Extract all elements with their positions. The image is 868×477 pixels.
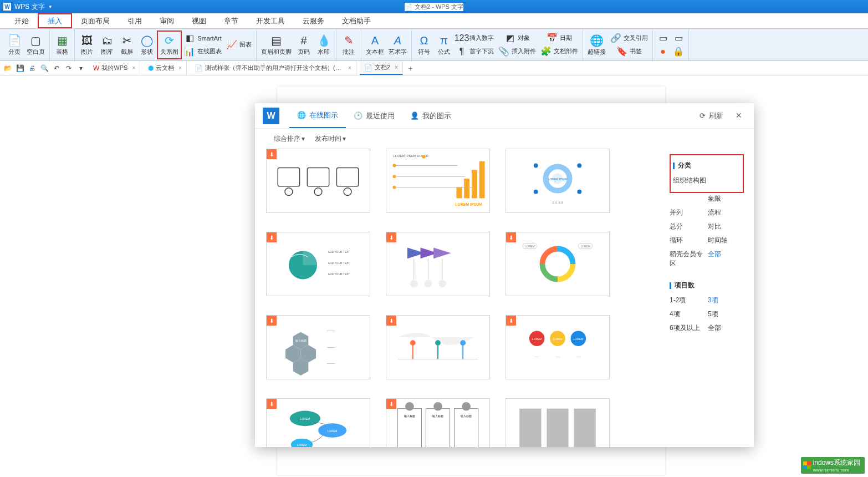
table-button[interactable]: ▦表格 — [52, 31, 72, 59]
tab-developer[interactable]: 开发工具 — [247, 13, 294, 28]
bookmark-button[interactable]: 🔖书签 — [608, 45, 650, 58]
template-8[interactable]: ⬇ — [386, 315, 490, 379]
tab-cloud[interactable]: 云服务 — [294, 13, 333, 28]
page-break-icon: 📄 — [7, 33, 22, 48]
textbox-icon: A — [368, 33, 382, 48]
online-chart-button[interactable]: 📊在线图表 — [182, 45, 224, 58]
cat-parallel[interactable]: 并列 — [670, 208, 706, 217]
tab-cloud-doc[interactable]: ⬢ 云文档 × — [144, 61, 187, 75]
template-2[interactable]: LOREM IPSUM DOLOR LOREM IPSUM — [386, 149, 490, 213]
date-button[interactable]: 📅日期 — [538, 32, 580, 44]
close-icon[interactable]: × — [178, 65, 182, 71]
items-4[interactable]: 4项 — [670, 309, 706, 319]
header-footer-button[interactable]: ▤页眉和页脚 — [259, 31, 294, 59]
textbox-button[interactable]: A文本框 — [364, 31, 386, 59]
insert-number-button[interactable]: 123插入数字 — [454, 32, 496, 44]
items-5[interactable]: 5项 — [708, 309, 744, 319]
qa-open-icon[interactable]: 📂 — [3, 64, 12, 73]
cat-flow[interactable]: 流程 — [708, 208, 744, 217]
svg-point-39 — [438, 280, 446, 288]
template-10[interactable]: ⬇ LOREM LOREM LOREM — [266, 398, 370, 447]
screenshot-button[interactable]: ✂截屏 — [117, 31, 137, 59]
cat-cycle[interactable]: 循环 — [670, 236, 706, 245]
cat-quadrant[interactable]: 象限 — [708, 194, 744, 204]
wordart-button[interactable]: A艺术字 — [386, 31, 409, 59]
tab-view[interactable]: 视图 — [183, 13, 215, 28]
picture-button[interactable]: 🖼图片 — [77, 31, 97, 59]
items-1-2[interactable]: 1-2项 — [670, 296, 706, 305]
tab-mywps[interactable]: W 我的WPS × — [89, 61, 140, 75]
tab-chapter[interactable]: 章节 — [215, 13, 247, 28]
gallery-button[interactable]: 🗂图库 — [97, 31, 117, 59]
svg-text:LOREM IPSUM: LOREM IPSUM — [548, 178, 567, 181]
items-6plus[interactable]: 6项及以上 — [670, 323, 706, 333]
close-icon[interactable]: × — [395, 64, 398, 70]
items-all[interactable]: 全部 — [708, 323, 744, 333]
cat-member-zone[interactable]: 稻壳会员专区 — [670, 250, 706, 268]
template-4[interactable]: ⬇ ADD YOUR TEXT ADD YOUR TEXT ADD YOUR T… — [266, 232, 370, 296]
field1-button[interactable]: ▭ — [655, 32, 671, 44]
chart-button[interactable]: 📈图表 — [224, 39, 254, 51]
qa-undo-icon[interactable]: ↶ — [52, 64, 61, 73]
cat-org-chart[interactable]: 组织结构图 — [673, 176, 706, 185]
tab-doc1[interactable]: 📄 测试样张（弹不出助手的用户请打开这个文档）(1).docx × — [190, 61, 356, 75]
cat-total-sub[interactable]: 总分 — [670, 222, 706, 231]
tab-page-layout[interactable]: 页面布局 — [72, 13, 119, 28]
close-icon[interactable]: × — [348, 65, 351, 71]
cat-all[interactable]: 全部 — [708, 250, 744, 268]
close-icon[interactable]: × — [132, 65, 135, 71]
blank-page-button[interactable]: ▢空白页 — [24, 31, 47, 59]
tab-doc-helper[interactable]: 文档助手 — [333, 13, 380, 28]
picture-icon: 🖼 — [80, 33, 94, 48]
cross-ref-button[interactable]: 🔗交叉引用 — [608, 32, 650, 44]
sort-publish-time[interactable]: 发布时间▾ — [315, 134, 346, 144]
object-button[interactable]: ◩对象 — [496, 32, 538, 44]
svg-text:LOREM: LOREM — [300, 418, 310, 420]
qa-preview-icon[interactable]: 🔍 — [40, 64, 49, 73]
paging-button[interactable]: 📄分页 — [4, 31, 24, 59]
relation-diagram-button[interactable]: ⟳关系图 — [157, 31, 182, 59]
lock-button[interactable]: 🔒 — [671, 45, 686, 58]
template-11[interactable]: ⬇ 输入标题 输入标题 输入标题 — [386, 398, 490, 447]
template-7[interactable]: ⬇ 输入标题 ——— ——— ——— — [266, 315, 370, 379]
tab-start[interactable]: 开始 — [6, 13, 38, 28]
template-6[interactable]: ⬇ LOREM LOREM — [506, 232, 610, 296]
qa-save-icon[interactable]: 💾 — [16, 64, 24, 73]
tab-references[interactable]: 引用 — [119, 13, 151, 28]
hyperlink-button[interactable]: 🌐超链接 — [585, 31, 608, 59]
tab-doc2[interactable]: 📄 文档2 × — [360, 61, 403, 75]
dialog-tab-online[interactable]: 🌐在线图示 — [289, 103, 346, 128]
field3-button[interactable]: ▭ — [671, 32, 686, 44]
app-menu-dropdown-icon[interactable]: ▼ — [48, 4, 53, 9]
dropcap-button[interactable]: ¶首字下沉 — [454, 45, 496, 58]
tab-insert[interactable]: 插入 — [38, 13, 72, 28]
template-5[interactable]: ⬇ — [386, 232, 490, 296]
comment-button[interactable]: ✎批注 — [339, 31, 359, 59]
field2-button[interactable]: ● — [655, 45, 671, 58]
template-3[interactable]: LOREM IPSUM ① ② ③ ④ — [506, 149, 610, 213]
cat-compare[interactable]: 对比 — [708, 222, 744, 231]
page-number-button[interactable]: #页码 — [294, 31, 314, 59]
formula-button[interactable]: π公式 — [434, 31, 454, 59]
qa-redo-icon[interactable]: ↷ — [64, 64, 73, 73]
dialog-refresh-button[interactable]: ⟳刷新 — [692, 103, 731, 128]
template-12[interactable] — [506, 398, 610, 447]
cat-timeline[interactable]: 时间轴 — [708, 236, 744, 245]
dialog-close-button[interactable]: × — [731, 110, 746, 121]
items-3[interactable]: 3项 — [708, 296, 744, 305]
dialog-tab-mine[interactable]: 👤我的图示 — [402, 103, 459, 128]
new-tab-button[interactable]: + — [406, 64, 415, 73]
dialog-tab-recent[interactable]: 🕑最近使用 — [346, 103, 402, 128]
qa-print-icon[interactable]: 🖨 — [28, 64, 37, 73]
tab-review[interactable]: 审阅 — [151, 13, 183, 28]
smartart-button[interactable]: ◧SmartArt — [182, 32, 224, 44]
template-1[interactable]: ⬇ — [266, 149, 370, 213]
qa-dropdown-icon[interactable]: ▾ — [76, 64, 85, 73]
symbol-button[interactable]: Ω符号 — [414, 31, 434, 59]
sort-comprehensive[interactable]: 综合排序▾ — [274, 134, 305, 144]
doc-parts-button[interactable]: 🧩文档部件 — [538, 45, 580, 58]
watermark-button[interactable]: 💧水印 — [314, 31, 334, 59]
shape-button[interactable]: ◯形状 — [137, 31, 157, 59]
insert-attach-button[interactable]: 📎插入附件 — [496, 45, 538, 58]
template-9[interactable]: ⬇ LOREM LOREM LOREM —— —— —— — [506, 315, 610, 379]
